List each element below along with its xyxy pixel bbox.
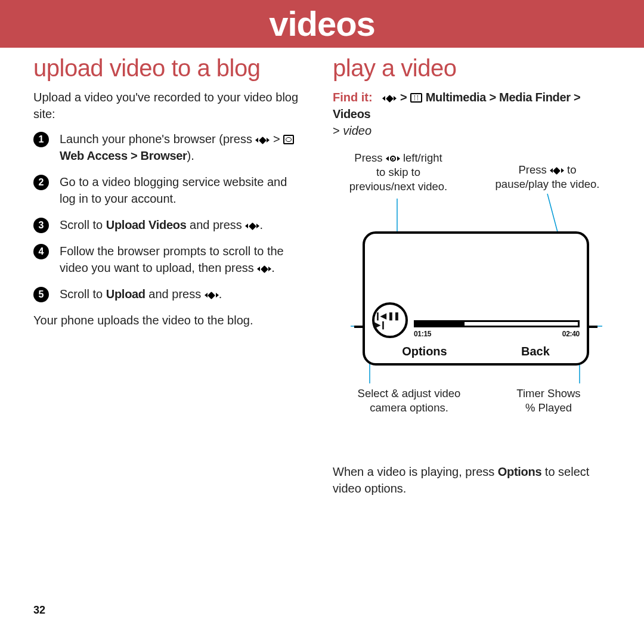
callout-skip-d: previous/next video. [349, 180, 448, 193]
step1-a: Launch your phone's browser (press [60, 132, 255, 145]
callout-skip-a: Press [354, 151, 385, 164]
web-access-icon [283, 135, 294, 144]
findit-line1: Find it: > Multimedia > Media Finder > V… [333, 89, 613, 122]
phone-stub-left [354, 326, 363, 328]
time-labels: 01:15 02:40 [414, 330, 580, 338]
phone-screen: ❙◀ ❚❚ ▶❙ 01:15 02:40 Options Back [363, 231, 589, 366]
step2-text: Go to a video blogging service website a… [60, 175, 287, 205]
callout-pause: Press to pause/play the video. [482, 163, 613, 191]
step3-a: Scroll to [60, 218, 106, 231]
step5-b: Upload [106, 287, 145, 301]
nav-select-icon [255, 135, 270, 145]
transport-glyphs: ❙◀ ❚❚ ▶❙ [374, 311, 405, 329]
findit-label: Find it: [333, 91, 373, 104]
findit-2a: > [333, 124, 343, 137]
softkey-back: Back [521, 345, 550, 358]
progress-fill [416, 322, 465, 326]
heading-play: play a video [333, 55, 613, 82]
callout-options-b: camera options. [370, 401, 448, 414]
player-controls: ❙◀ ❚❚ ▶❙ 01:15 02:40 [372, 306, 580, 336]
phone-stub-right [589, 326, 597, 328]
step3-b: Upload Videos [106, 218, 187, 231]
step1-c: Web Access > Browser [60, 149, 187, 162]
col-upload: upload video to a blog Upload a video yo… [33, 55, 304, 497]
col-play: play a video Find it: > Multimedia > Med… [333, 55, 613, 497]
nav-select-icon [382, 94, 397, 103]
step3-d: . [259, 218, 263, 231]
step1-b: > [273, 132, 283, 145]
callout-timer-b: % Played [525, 401, 572, 414]
step5-a: Scroll to [60, 287, 106, 301]
step3-c: and press [186, 218, 245, 231]
time-current: 01:15 [414, 330, 431, 338]
steps-list: Launch your phone's browser (press > Web… [33, 131, 304, 302]
time-total: 02:40 [562, 330, 580, 338]
heading-upload: upload video to a blog [33, 55, 304, 82]
nav-select-icon [550, 166, 564, 175]
step5-c: and press [145, 287, 205, 301]
step-2: Go to a video blogging service website a… [33, 174, 304, 207]
page-title: videos [0, 0, 644, 48]
play-diagram: Press left/right to skip to previous/nex… [333, 151, 613, 461]
multimedia-icon [410, 93, 422, 103]
softkey-options: Options [402, 345, 447, 358]
nav-select-icon [257, 264, 271, 274]
intro-upload: Upload a video you've recorded to your v… [33, 89, 304, 122]
play-after: When a video is playing, press Options t… [333, 463, 613, 497]
callout-pause-c: pause/play the video. [496, 178, 600, 190]
step4-a: Follow the browser prompts to scroll to … [60, 244, 284, 274]
upload-after: Your phone uploads the video to the blog… [33, 312, 304, 329]
callout-skip: Press left/right to skip to previous/nex… [333, 151, 464, 194]
callout-timer: Timer Shows % Played [495, 386, 602, 415]
callout-options: Select & adjust video camera options. [343, 386, 475, 415]
step-1: Launch your phone's browser (press > Web… [33, 131, 304, 164]
softkey-bar: Options Back [365, 345, 587, 358]
transport-knob: ❙◀ ❚❚ ▶❙ [372, 302, 408, 338]
nav-select-icon [205, 290, 219, 300]
callout-pause-a: Press [518, 163, 549, 176]
step-5: Scroll to Upload and press . [33, 286, 304, 302]
nav-leftright-icon [386, 154, 400, 163]
step1-d: ). [187, 149, 194, 162]
callout-timer-a: Timer Shows [516, 387, 580, 400]
step4-b: . [271, 261, 275, 274]
findit-line2: > video [333, 122, 613, 139]
banner: videos [0, 0, 644, 48]
callout-skip-c: to skip to [376, 166, 420, 178]
play-after-bold: Options [498, 465, 541, 478]
callout-options-a: Select & adjust video [358, 387, 461, 400]
progress-bar [414, 320, 580, 327]
step-3: Scroll to Upload Videos and press . [33, 216, 304, 233]
findit-sep: > [400, 91, 410, 104]
callout-skip-b: left/right [403, 151, 442, 164]
findit-2b: video [343, 124, 371, 137]
nav-select-icon [245, 221, 259, 231]
step-4: Follow the browser prompts to scroll to … [33, 243, 304, 276]
page-number: 32 [33, 604, 45, 617]
step5-d: . [219, 287, 222, 301]
callout-pause-b: to [567, 163, 576, 176]
play-after-a: When a video is playing, press [333, 465, 498, 478]
